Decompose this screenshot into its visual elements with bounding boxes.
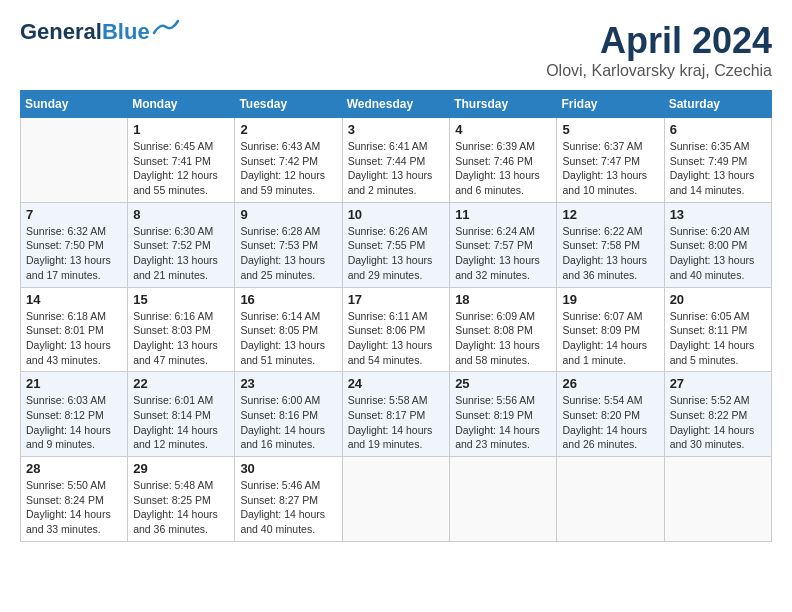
day-info: Sunrise: 6:35 AM Sunset: 7:49 PM Dayligh… — [670, 139, 766, 198]
calendar-header-row: SundayMondayTuesdayWednesdayThursdayFrid… — [21, 91, 772, 118]
day-number: 1 — [133, 122, 229, 137]
calendar-day-cell — [664, 457, 771, 542]
day-info: Sunrise: 5:52 AM Sunset: 8:22 PM Dayligh… — [670, 393, 766, 452]
calendar-day-cell: 24Sunrise: 5:58 AM Sunset: 8:17 PM Dayli… — [342, 372, 450, 457]
day-info: Sunrise: 6:24 AM Sunset: 7:57 PM Dayligh… — [455, 224, 551, 283]
logo-line2: Blue — [102, 19, 150, 44]
logo-text: GeneralBlue — [20, 20, 150, 44]
calendar-day-cell: 27Sunrise: 5:52 AM Sunset: 8:22 PM Dayli… — [664, 372, 771, 457]
day-info: Sunrise: 6:39 AM Sunset: 7:46 PM Dayligh… — [455, 139, 551, 198]
day-number: 9 — [240, 207, 336, 222]
day-info: Sunrise: 5:50 AM Sunset: 8:24 PM Dayligh… — [26, 478, 122, 537]
calendar-day-cell: 5Sunrise: 6:37 AM Sunset: 7:47 PM Daylig… — [557, 118, 664, 203]
calendar-day-cell: 6Sunrise: 6:35 AM Sunset: 7:49 PM Daylig… — [664, 118, 771, 203]
calendar-day-cell: 13Sunrise: 6:20 AM Sunset: 8:00 PM Dayli… — [664, 202, 771, 287]
day-number: 24 — [348, 376, 445, 391]
day-number: 19 — [562, 292, 658, 307]
day-number: 6 — [670, 122, 766, 137]
calendar-day-cell: 26Sunrise: 5:54 AM Sunset: 8:20 PM Dayli… — [557, 372, 664, 457]
day-info: Sunrise: 6:16 AM Sunset: 8:03 PM Dayligh… — [133, 309, 229, 368]
calendar-week-row: 1Sunrise: 6:45 AM Sunset: 7:41 PM Daylig… — [21, 118, 772, 203]
day-number: 26 — [562, 376, 658, 391]
day-number: 5 — [562, 122, 658, 137]
calendar-day-cell: 10Sunrise: 6:26 AM Sunset: 7:55 PM Dayli… — [342, 202, 450, 287]
page-title: April 2024 — [546, 20, 772, 62]
day-info: Sunrise: 5:46 AM Sunset: 8:27 PM Dayligh… — [240, 478, 336, 537]
day-number: 3 — [348, 122, 445, 137]
day-info: Sunrise: 6:11 AM Sunset: 8:06 PM Dayligh… — [348, 309, 445, 368]
calendar-day-cell: 30Sunrise: 5:46 AM Sunset: 8:27 PM Dayli… — [235, 457, 342, 542]
day-info: Sunrise: 6:22 AM Sunset: 7:58 PM Dayligh… — [562, 224, 658, 283]
day-number: 27 — [670, 376, 766, 391]
day-info: Sunrise: 5:54 AM Sunset: 8:20 PM Dayligh… — [562, 393, 658, 452]
day-of-week-header: Monday — [128, 91, 235, 118]
calendar-day-cell: 21Sunrise: 6:03 AM Sunset: 8:12 PM Dayli… — [21, 372, 128, 457]
day-number: 4 — [455, 122, 551, 137]
calendar-day-cell: 22Sunrise: 6:01 AM Sunset: 8:14 PM Dayli… — [128, 372, 235, 457]
calendar-day-cell: 28Sunrise: 5:50 AM Sunset: 8:24 PM Dayli… — [21, 457, 128, 542]
day-info: Sunrise: 6:32 AM Sunset: 7:50 PM Dayligh… — [26, 224, 122, 283]
day-info: Sunrise: 5:56 AM Sunset: 8:19 PM Dayligh… — [455, 393, 551, 452]
day-of-week-header: Tuesday — [235, 91, 342, 118]
calendar-day-cell: 29Sunrise: 5:48 AM Sunset: 8:25 PM Dayli… — [128, 457, 235, 542]
calendar-day-cell: 23Sunrise: 6:00 AM Sunset: 8:16 PM Dayli… — [235, 372, 342, 457]
calendar-week-row: 28Sunrise: 5:50 AM Sunset: 8:24 PM Dayli… — [21, 457, 772, 542]
calendar-day-cell: 20Sunrise: 6:05 AM Sunset: 8:11 PM Dayli… — [664, 287, 771, 372]
calendar-table: SundayMondayTuesdayWednesdayThursdayFrid… — [20, 90, 772, 542]
day-number: 17 — [348, 292, 445, 307]
day-number: 2 — [240, 122, 336, 137]
calendar-day-cell: 9Sunrise: 6:28 AM Sunset: 7:53 PM Daylig… — [235, 202, 342, 287]
calendar-day-cell: 7Sunrise: 6:32 AM Sunset: 7:50 PM Daylig… — [21, 202, 128, 287]
day-number: 13 — [670, 207, 766, 222]
calendar-day-cell: 16Sunrise: 6:14 AM Sunset: 8:05 PM Dayli… — [235, 287, 342, 372]
calendar-day-cell: 3Sunrise: 6:41 AM Sunset: 7:44 PM Daylig… — [342, 118, 450, 203]
day-number: 14 — [26, 292, 122, 307]
day-of-week-header: Sunday — [21, 91, 128, 118]
calendar-day-cell: 18Sunrise: 6:09 AM Sunset: 8:08 PM Dayli… — [450, 287, 557, 372]
day-info: Sunrise: 6:00 AM Sunset: 8:16 PM Dayligh… — [240, 393, 336, 452]
day-of-week-header: Thursday — [450, 91, 557, 118]
logo-line1: General — [20, 19, 102, 44]
day-info: Sunrise: 6:30 AM Sunset: 7:52 PM Dayligh… — [133, 224, 229, 283]
title-area: April 2024 Olovi, Karlovarsky kraj, Czec… — [546, 20, 772, 80]
calendar-day-cell: 11Sunrise: 6:24 AM Sunset: 7:57 PM Dayli… — [450, 202, 557, 287]
calendar-day-cell: 4Sunrise: 6:39 AM Sunset: 7:46 PM Daylig… — [450, 118, 557, 203]
calendar-day-cell — [21, 118, 128, 203]
calendar-day-cell: 15Sunrise: 6:16 AM Sunset: 8:03 PM Dayli… — [128, 287, 235, 372]
day-number: 29 — [133, 461, 229, 476]
day-number: 16 — [240, 292, 336, 307]
calendar-day-cell: 17Sunrise: 6:11 AM Sunset: 8:06 PM Dayli… — [342, 287, 450, 372]
day-info: Sunrise: 6:26 AM Sunset: 7:55 PM Dayligh… — [348, 224, 445, 283]
day-number: 8 — [133, 207, 229, 222]
day-number: 15 — [133, 292, 229, 307]
calendar-day-cell: 12Sunrise: 6:22 AM Sunset: 7:58 PM Dayli… — [557, 202, 664, 287]
day-info: Sunrise: 6:41 AM Sunset: 7:44 PM Dayligh… — [348, 139, 445, 198]
day-info: Sunrise: 5:48 AM Sunset: 8:25 PM Dayligh… — [133, 478, 229, 537]
calendar-day-cell: 14Sunrise: 6:18 AM Sunset: 8:01 PM Dayli… — [21, 287, 128, 372]
day-of-week-header: Saturday — [664, 91, 771, 118]
day-number: 20 — [670, 292, 766, 307]
day-number: 21 — [26, 376, 122, 391]
day-number: 25 — [455, 376, 551, 391]
day-info: Sunrise: 6:28 AM Sunset: 7:53 PM Dayligh… — [240, 224, 336, 283]
calendar-day-cell — [342, 457, 450, 542]
calendar-day-cell: 2Sunrise: 6:43 AM Sunset: 7:42 PM Daylig… — [235, 118, 342, 203]
day-info: Sunrise: 6:03 AM Sunset: 8:12 PM Dayligh… — [26, 393, 122, 452]
day-number: 11 — [455, 207, 551, 222]
day-number: 12 — [562, 207, 658, 222]
calendar-day-cell: 1Sunrise: 6:45 AM Sunset: 7:41 PM Daylig… — [128, 118, 235, 203]
day-number: 28 — [26, 461, 122, 476]
day-number: 22 — [133, 376, 229, 391]
calendar-week-row: 14Sunrise: 6:18 AM Sunset: 8:01 PM Dayli… — [21, 287, 772, 372]
day-number: 23 — [240, 376, 336, 391]
calendar-day-cell — [557, 457, 664, 542]
page-header: GeneralBlue April 2024 Olovi, Karlovarsk… — [20, 20, 772, 80]
calendar-day-cell — [450, 457, 557, 542]
calendar-week-row: 7Sunrise: 6:32 AM Sunset: 7:50 PM Daylig… — [21, 202, 772, 287]
day-info: Sunrise: 6:14 AM Sunset: 8:05 PM Dayligh… — [240, 309, 336, 368]
logo-bird-icon — [152, 19, 180, 37]
day-info: Sunrise: 6:05 AM Sunset: 8:11 PM Dayligh… — [670, 309, 766, 368]
day-number: 18 — [455, 292, 551, 307]
day-info: Sunrise: 6:18 AM Sunset: 8:01 PM Dayligh… — [26, 309, 122, 368]
day-info: Sunrise: 5:58 AM Sunset: 8:17 PM Dayligh… — [348, 393, 445, 452]
